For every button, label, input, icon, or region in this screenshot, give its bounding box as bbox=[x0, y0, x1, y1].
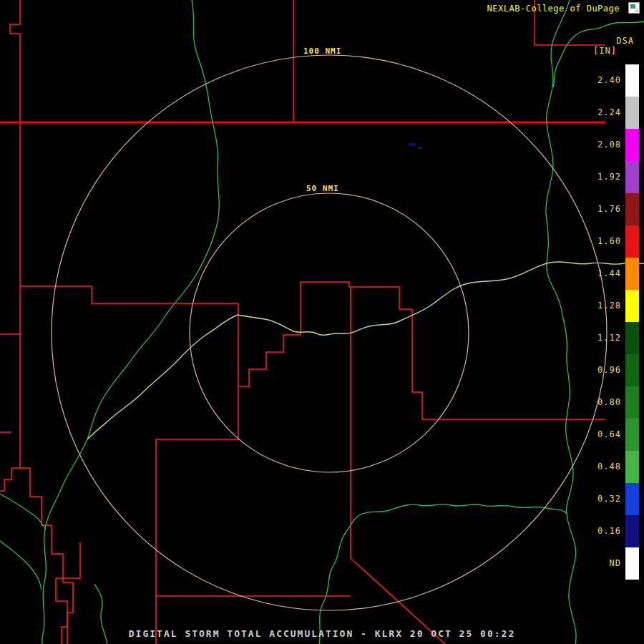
range-rings bbox=[52, 55, 607, 610]
legend-value-2.40: 2.40 bbox=[597, 75, 621, 85]
legend-product-label: DSA bbox=[616, 36, 634, 46]
legend-swatch-1.60 bbox=[625, 225, 639, 258]
logo-tear-corner bbox=[634, 8, 638, 12]
legend-value-0.16: 0.16 bbox=[597, 526, 621, 536]
legend-swatch-2.24 bbox=[625, 97, 639, 129]
legend-swatch-ND bbox=[625, 547, 639, 580]
legend-value-0.48: 0.48 bbox=[597, 462, 621, 472]
radar-display: NEXLAB-College of DuPage 100 NMI 50 NMI … bbox=[0, 0, 644, 644]
legend-swatch-0.64 bbox=[625, 419, 639, 451]
legend-swatch-0.16 bbox=[625, 515, 639, 547]
legend-value-1.76: 1.76 bbox=[597, 204, 621, 214]
legend-value-0.80: 0.80 bbox=[597, 397, 621, 407]
main-river bbox=[87, 262, 644, 439]
rivers bbox=[0, 0, 644, 644]
radar-map bbox=[0, 0, 644, 644]
legend-value-1.28: 1.28 bbox=[597, 301, 621, 311]
broken-image-icon bbox=[628, 2, 640, 14]
legend-swatch-0.32 bbox=[625, 483, 639, 515]
legend-swatch-0.80 bbox=[625, 386, 639, 419]
legend-swatch-1.28 bbox=[625, 290, 639, 322]
legend-value-0.96: 0.96 bbox=[597, 365, 621, 375]
range-ring-50nmi bbox=[190, 193, 469, 472]
range-ring-label-50nmi: 50 NMI bbox=[306, 184, 339, 193]
radar-echo bbox=[409, 143, 422, 149]
legend-swatch-1.92 bbox=[625, 161, 639, 193]
legend-value-2.24: 2.24 bbox=[597, 107, 621, 117]
legend-swatch-1.12 bbox=[625, 322, 639, 354]
legend-swatch-1.76 bbox=[625, 193, 639, 225]
product-caption: DIGITAL STORM TOTAL ACCUMULATION - KLRX … bbox=[0, 628, 644, 639]
legend-swatch-1.44 bbox=[625, 258, 639, 290]
legend-value-0.32: 0.32 bbox=[597, 494, 621, 504]
legend-value-1.60: 1.60 bbox=[597, 236, 621, 246]
legend-units-label: [IN] bbox=[593, 46, 617, 56]
legend-swatch-2.40 bbox=[625, 64, 639, 97]
legend-value-ND: ND bbox=[610, 558, 621, 568]
range-ring-100nmi bbox=[52, 55, 607, 610]
legend-swatch-0.96 bbox=[625, 354, 639, 386]
legend-value-1.92: 1.92 bbox=[597, 172, 621, 182]
range-ring-label-100nmi: 100 NMI bbox=[303, 47, 341, 56]
county-boundaries bbox=[0, 0, 605, 644]
legend-value-2.08: 2.08 bbox=[597, 140, 621, 150]
attribution: NEXLAB-College of DuPage bbox=[487, 4, 620, 14]
legend-swatch-0.48 bbox=[625, 451, 639, 483]
legend-value-1.44: 1.44 bbox=[597, 268, 621, 278]
legend-value-1.12: 1.12 bbox=[597, 333, 621, 343]
legend-swatch-2.08 bbox=[625, 129, 639, 161]
legend-value-0.64: 0.64 bbox=[597, 429, 621, 439]
